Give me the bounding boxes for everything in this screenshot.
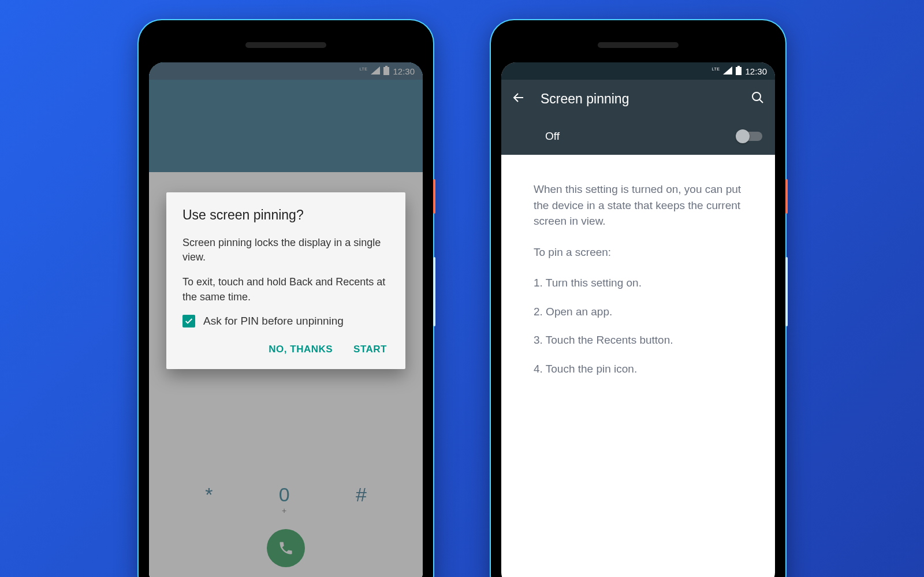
step-3: 3. Touch the Recents button. xyxy=(534,332,743,348)
page-title: Screen pinning xyxy=(541,91,736,107)
phone-screen-left: LTE 12:30 * 0 + # xyxy=(149,62,423,577)
clock-label: 12:30 xyxy=(745,66,767,76)
toolbar: Screen pinning xyxy=(501,80,775,118)
master-toggle-row[interactable]: Off xyxy=(501,118,775,155)
volume-button xyxy=(433,257,435,326)
step-2: 2. Open an app. xyxy=(534,304,743,320)
dialog-paragraph-1: Screen pinning locks the display in a si… xyxy=(182,236,389,265)
battery-icon xyxy=(736,66,742,77)
volume-button xyxy=(785,257,788,326)
phone-mockup-right: LTE 12:30 Screen pinning Off xyxy=(491,20,785,577)
status-bar: LTE 12:30 xyxy=(501,62,775,80)
phone-screen-right: LTE 12:30 Screen pinning Off xyxy=(501,62,775,577)
lte-label: LTE xyxy=(712,67,720,71)
svg-rect-2 xyxy=(736,67,742,75)
toggle-state-label: Off xyxy=(545,130,560,143)
no-thanks-button[interactable]: NO, THANKS xyxy=(266,338,335,361)
signal-icon xyxy=(723,66,732,76)
dialog-title: Use screen pinning? xyxy=(182,207,389,223)
back-icon[interactable] xyxy=(512,91,526,107)
svg-line-6 xyxy=(759,99,763,103)
start-button[interactable]: START xyxy=(351,338,389,361)
dialog-paragraph-2: To exit, touch and hold Back and Recents… xyxy=(182,275,389,304)
svg-point-5 xyxy=(752,92,761,100)
dialog-actions: NO, THANKS START xyxy=(182,338,389,361)
settings-header: LTE 12:30 Screen pinning Off xyxy=(501,62,775,155)
svg-rect-3 xyxy=(737,66,740,67)
subheading: To pin a screen: xyxy=(534,244,743,260)
phone-mockup-left: LTE 12:30 * 0 + # xyxy=(139,20,433,577)
search-icon[interactable] xyxy=(751,91,765,107)
toggle-switch-off[interactable] xyxy=(737,132,762,141)
power-button xyxy=(433,179,435,214)
checkbox-checked-icon xyxy=(182,315,195,327)
checkbox-label: Ask for PIN before unpinning xyxy=(203,315,344,327)
step-4: 4. Touch the pin icon. xyxy=(534,361,743,377)
pin-checkbox-row[interactable]: Ask for PIN before unpinning xyxy=(182,315,389,327)
settings-description: When this setting is turned on, you can … xyxy=(501,155,775,416)
screen-pinning-dialog: Use screen pinning? Screen pinning locks… xyxy=(166,192,405,369)
step-1: 1. Turn this setting on. xyxy=(534,275,743,291)
description-text: When this setting is turned on, you can … xyxy=(534,181,743,229)
power-button xyxy=(785,179,788,214)
